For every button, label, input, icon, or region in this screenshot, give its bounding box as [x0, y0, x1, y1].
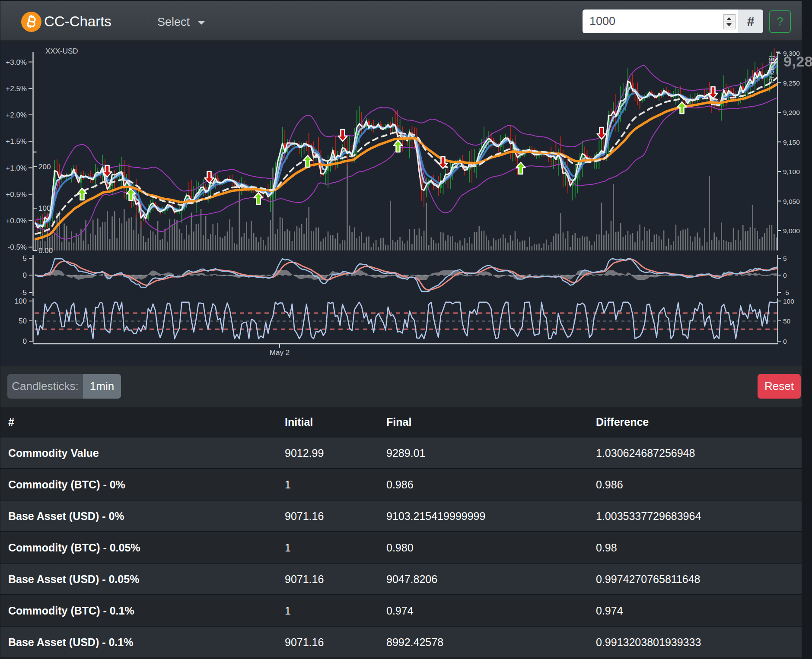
svg-text:9,250: 9,250 [783, 79, 800, 87]
svg-text:0: 0 [23, 271, 27, 279]
svg-text:+2.0%: +2.0% [6, 111, 27, 119]
svg-text:100: 100 [15, 297, 27, 305]
svg-text:May 2: May 2 [270, 349, 290, 357]
svg-text:5: 5 [783, 255, 787, 262]
svg-text:0: 0 [23, 337, 27, 345]
svg-text:0: 0 [783, 338, 787, 345]
svg-text:+3.0%: +3.0% [6, 58, 27, 67]
svg-text:+0.5%: +0.5% [6, 190, 27, 199]
svg-text:+1.5%: +1.5% [6, 137, 27, 146]
svg-text:+0.0%: +0.0% [6, 217, 27, 225]
svg-text:100: 100 [38, 204, 51, 212]
svg-text:100: 100 [783, 298, 794, 305]
svg-text:-5: -5 [783, 289, 789, 296]
svg-text:-5: -5 [20, 288, 27, 297]
svg-text:50: 50 [19, 317, 27, 325]
svg-text:200: 200 [38, 163, 51, 171]
svg-text:-0.5%: -0.5% [8, 243, 27, 251]
svg-text:Price ($): Price ($) [767, 55, 776, 83]
svg-text:5: 5 [23, 254, 27, 263]
svg-text:9,200: 9,200 [783, 109, 800, 116]
svg-text:9,150: 9,150 [783, 139, 800, 146]
svg-text:+1.0%: +1.0% [6, 164, 27, 172]
svg-text:50: 50 [783, 317, 791, 325]
svg-text:0: 0 [783, 272, 787, 279]
svg-text:+2.5%: +2.5% [6, 85, 27, 93]
svg-text:9,000: 9,000 [783, 227, 800, 234]
svg-text:9,050: 9,050 [783, 198, 800, 205]
svg-text:9,100: 9,100 [783, 168, 800, 175]
svg-text:0.00: 0.00 [38, 247, 53, 255]
svg-text:XXX-USD: XXX-USD [45, 47, 78, 55]
